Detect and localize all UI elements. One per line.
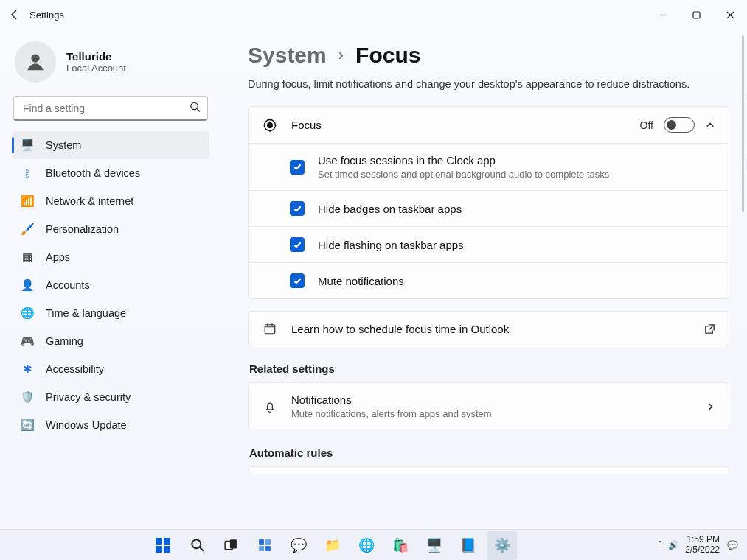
focus-option-clock[interactable]: Use focus sessions in the Clock app Set … xyxy=(249,143,729,190)
tray-chevron-icon[interactable]: ˄ xyxy=(658,540,662,550)
breadcrumb: System › Focus xyxy=(248,43,729,68)
breadcrumb-parent[interactable]: System xyxy=(248,43,327,68)
sidebar-item-label: Privacy & security xyxy=(46,391,131,403)
volume-icon[interactable]: 🔊 xyxy=(668,540,679,550)
sidebar-item-bluetooth[interactable]: ᛒBluetooth & devices xyxy=(12,159,209,187)
account-block[interactable]: Telluride Local Account xyxy=(12,35,209,96)
learn-outlook-card[interactable]: Learn how to schedule focus time in Outl… xyxy=(248,311,729,346)
edge-button[interactable]: 🌐 xyxy=(352,531,381,560)
file-explorer-button[interactable]: 📁 xyxy=(318,531,347,560)
refresh-icon: 🔄 xyxy=(21,419,34,432)
checkbox-checked-icon[interactable] xyxy=(290,160,305,175)
settings-taskbar-button[interactable]: ⚙️ xyxy=(487,531,517,560)
search-icon xyxy=(190,102,201,116)
sidebar-item-accounts[interactable]: 👤Accounts xyxy=(12,271,209,299)
sidebar-item-label: Windows Update xyxy=(46,419,127,431)
sidebar-item-gaming[interactable]: 🎮Gaming xyxy=(12,327,209,355)
app-button-1[interactable]: 🖥️ xyxy=(420,531,449,560)
sidebar-item-label: System xyxy=(46,139,81,151)
checkbox-checked-icon[interactable] xyxy=(290,201,305,216)
focus-option-mute[interactable]: Mute notifications xyxy=(249,262,729,298)
svg-point-4 xyxy=(268,122,273,127)
accessibility-icon: ✱ xyxy=(21,363,34,376)
account-name: Telluride xyxy=(66,50,126,63)
focus-option-flashing[interactable]: Hide flashing on taskbar apps xyxy=(249,226,729,262)
gamepad-icon: 🎮 xyxy=(21,335,34,348)
focus-header-row[interactable]: Focus Off xyxy=(249,107,729,143)
settings-window: Settings Telluride Local Account xyxy=(0,0,747,529)
task-view-button[interactable] xyxy=(216,531,246,560)
maximize-button[interactable] xyxy=(679,0,713,29)
sidebar-item-system[interactable]: 🖥️System xyxy=(12,131,209,159)
svg-point-1 xyxy=(31,54,39,62)
svg-rect-10 xyxy=(265,539,271,545)
back-button[interactable] xyxy=(0,9,29,21)
sidebar-item-label: Time & language xyxy=(46,307,126,319)
calendar-icon xyxy=(262,322,278,335)
search-box[interactable] xyxy=(13,96,208,121)
checkbox-checked-icon[interactable] xyxy=(290,237,305,252)
sidebar-item-label: Apps xyxy=(46,251,70,263)
checkbox-checked-icon[interactable] xyxy=(290,273,305,288)
main-pane: System › Focus During focus, limit notif… xyxy=(221,29,747,529)
app-button-2[interactable]: 📘 xyxy=(454,531,483,560)
svg-rect-8 xyxy=(230,539,237,548)
sidebar-item-privacy[interactable]: 🛡️Privacy & security xyxy=(12,383,209,411)
chevron-right-icon xyxy=(705,402,715,412)
sidebar-item-personalization[interactable]: 🖌️Personalization xyxy=(12,215,209,243)
related-heading: Related settings xyxy=(249,363,729,375)
focus-option-badges[interactable]: Hide badges on taskbar apps xyxy=(249,190,729,226)
minimize-button[interactable] xyxy=(645,0,679,29)
chevron-right-icon: › xyxy=(338,46,344,65)
chat-button[interactable]: 💬 xyxy=(284,531,313,560)
sidebar-item-label: Personalization xyxy=(46,223,119,235)
widgets-button[interactable] xyxy=(250,531,279,560)
external-link-icon xyxy=(704,323,715,335)
sidebar-item-update[interactable]: 🔄Windows Update xyxy=(12,411,209,439)
svg-rect-11 xyxy=(259,546,264,551)
breadcrumb-current: Focus xyxy=(355,43,420,68)
taskbar-tray: ˄ 🔊 1:59 PM 2/5/2022 💬 xyxy=(658,535,740,556)
focus-toggle[interactable] xyxy=(664,117,695,133)
automatic-card-peek xyxy=(248,466,729,474)
account-type: Local Account xyxy=(66,63,126,74)
sidebar-item-time[interactable]: 🌐Time & language xyxy=(12,299,209,327)
store-button[interactable]: 🛍️ xyxy=(386,531,415,560)
nav-list: 🖥️System ᛒBluetooth & devices 📶Network &… xyxy=(12,131,209,439)
globe-icon: 🌐 xyxy=(21,307,34,320)
sidebar-item-accessibility[interactable]: ✱Accessibility xyxy=(12,355,209,383)
chevron-up-icon[interactable] xyxy=(705,120,715,130)
svg-point-6 xyxy=(192,539,201,548)
focus-state-text: Off xyxy=(640,119,653,131)
wifi-icon: 📶 xyxy=(21,195,34,208)
taskbar-search-button[interactable] xyxy=(182,531,212,560)
display-icon: 🖥️ xyxy=(21,139,34,152)
avatar xyxy=(15,41,56,83)
search-input[interactable] xyxy=(13,96,208,121)
focus-label: Focus xyxy=(291,119,627,131)
bluetooth-icon: ᛒ xyxy=(21,167,34,180)
window-controls xyxy=(645,0,747,29)
sidebar-item-label: Bluetooth & devices xyxy=(46,167,140,179)
sidebar-item-network[interactable]: 📶Network & internet xyxy=(12,187,209,215)
notifications-card[interactable]: Notifications Mute notifications, alerts… xyxy=(248,382,729,430)
svg-rect-9 xyxy=(259,539,264,545)
svg-point-2 xyxy=(191,102,198,109)
focus-group: Focus Off Use focus sessions in the Cloc… xyxy=(248,106,729,299)
sidebar-item-apps[interactable]: ▦Apps xyxy=(12,243,209,271)
brush-icon: 🖌️ xyxy=(21,223,34,236)
titlebar: Settings xyxy=(0,0,747,29)
sidebar: Telluride Local Account 🖥️System ᛒBlueto… xyxy=(0,29,221,529)
close-button[interactable] xyxy=(713,0,747,29)
shield-icon: 🛡️ xyxy=(21,391,34,404)
window-title: Settings xyxy=(29,10,64,21)
taskbar-center: 💬 📁 🌐 🛍️ 🖥️ 📘 ⚙️ xyxy=(7,531,658,560)
svg-rect-5 xyxy=(265,325,275,334)
notification-tray-icon[interactable]: 💬 xyxy=(726,540,740,550)
scrollbar[interactable] xyxy=(742,35,744,212)
taskbar: 💬 📁 🌐 🛍️ 🖥️ 📘 ⚙️ ˄ 🔊 1:59 PM 2/5/2022 💬 xyxy=(0,529,747,560)
start-button[interactable] xyxy=(148,531,178,560)
automatic-heading: Automatic rules xyxy=(249,447,729,459)
apps-icon: ▦ xyxy=(21,251,34,264)
taskbar-clock[interactable]: 1:59 PM 2/5/2022 xyxy=(685,535,720,556)
